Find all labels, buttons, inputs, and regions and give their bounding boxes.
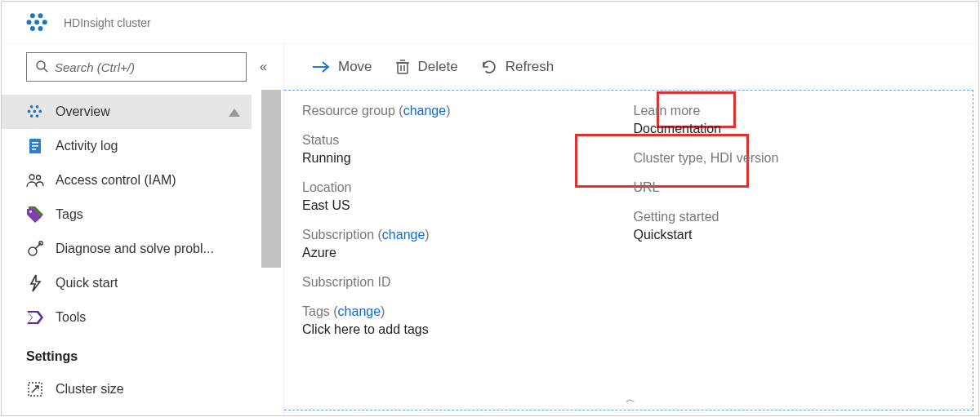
quickstart-icon — [26, 274, 44, 292]
sidebar-scrollbar-thumb[interactable] — [261, 90, 281, 268]
search-input[interactable] — [55, 60, 238, 74]
access-control-icon — [26, 171, 44, 189]
svg-point-11 — [28, 110, 31, 113]
svg-point-13 — [38, 110, 42, 113]
svg-point-14 — [30, 114, 33, 118]
field-url: URL — [634, 180, 965, 195]
overview-content: Resource group (change) Status Running L… — [284, 90, 973, 410]
tags-label: Tags (change) — [302, 304, 634, 319]
svg-rect-18 — [32, 142, 38, 144]
svg-point-22 — [37, 175, 41, 180]
svg-point-6 — [38, 26, 43, 31]
svg-rect-20 — [32, 149, 36, 150]
location-value: East US — [302, 198, 634, 213]
svg-point-4 — [42, 20, 47, 24]
overview-right-column: Learn more Documentation Cluster type, H… — [634, 104, 965, 403]
sidebar-item-activity-log[interactable]: Activity log — [2, 129, 252, 163]
delete-button[interactable]: Delete — [384, 50, 470, 84]
search-icon — [35, 60, 48, 75]
sidebar-item-label: Access control (IAM) — [56, 173, 176, 188]
sidebar-item-label: Activity log — [56, 139, 118, 153]
subscription-id-label: Subscription ID — [302, 275, 634, 290]
resource-group-change-link[interactable]: change — [403, 104, 447, 118]
status-value: Running — [302, 151, 634, 166]
overview-left-column: Resource group (change) Status Running L… — [302, 104, 634, 403]
sidebar-item-cluster-size[interactable]: Cluster size — [2, 372, 252, 400]
header-title: HDInsight cluster — [64, 16, 151, 29]
cluster-size-icon — [26, 380, 44, 398]
sidebar-item-quick-start[interactable]: Quick start — [2, 266, 252, 300]
refresh-button[interactable]: Refresh — [470, 50, 566, 84]
svg-point-15 — [36, 114, 39, 118]
tags-icon — [26, 206, 44, 224]
overview-icon — [26, 103, 44, 121]
sidebar-item-label: Tags — [56, 207, 83, 222]
svg-point-3 — [34, 20, 39, 24]
sidebar-item-label: Overview — [56, 104, 110, 119]
menu-collapse-button[interactable]: « — [255, 56, 272, 78]
getting-started-label: Getting started — [634, 210, 965, 224]
svg-point-25 — [29, 211, 32, 213]
tags-change-link[interactable]: change — [338, 304, 381, 318]
refresh-label: Refresh — [506, 59, 555, 75]
field-tags: Tags (change) Click here to add tags — [302, 304, 634, 337]
field-resource-group: Resource group (change) — [302, 104, 634, 118]
field-cluster-type: Cluster type, HDI version — [634, 151, 965, 166]
subscription-label: Subscription (change) — [302, 228, 634, 242]
svg-line-8 — [44, 69, 47, 72]
subscription-value-link[interactable]: Azure — [302, 246, 634, 260]
svg-point-7 — [37, 61, 45, 69]
azure-portal-window: HDInsight cluster « — [1, 1, 979, 416]
svg-point-1 — [38, 13, 43, 18]
location-label: Location — [302, 180, 634, 195]
sidebar-item-diagnose[interactable]: Diagnose and solve probl... — [2, 232, 252, 266]
collapse-triangle-icon — [229, 105, 240, 119]
add-tags-link[interactable]: Click here to add tags — [302, 322, 634, 337]
move-arrow-icon — [312, 60, 330, 73]
sidebar: « Ove — [2, 44, 284, 415]
sidebar-item-label: Diagnose and solve probl... — [56, 242, 214, 256]
search-box[interactable] — [26, 52, 247, 82]
hdinsight-logo-icon — [26, 11, 49, 34]
svg-point-0 — [30, 13, 35, 18]
sidebar-item-tools[interactable]: Tools — [2, 300, 252, 335]
svg-marker-16 — [229, 109, 240, 117]
move-button[interactable]: Move — [301, 50, 384, 84]
field-learn-more: Learn more Documentation — [634, 104, 965, 136]
status-label: Status — [302, 133, 634, 148]
resource-group-label: Resource group (change) — [302, 104, 634, 118]
toolbar: Move Delete — [284, 44, 978, 90]
svg-rect-19 — [32, 145, 38, 147]
url-label: URL — [634, 180, 965, 195]
sidebar-item-overview[interactable]: Overview — [2, 95, 252, 129]
svg-rect-32 — [398, 63, 408, 73]
quickstart-link[interactable]: Quickstart — [634, 228, 965, 242]
trash-icon — [395, 59, 410, 75]
diagnose-icon — [26, 240, 44, 258]
svg-point-21 — [29, 175, 34, 180]
field-location: Location East US — [302, 180, 634, 213]
sidebar-item-label: Cluster size — [56, 382, 124, 397]
subscription-change-link[interactable]: change — [382, 228, 425, 242]
sidebar-item-access-control[interactable]: Access control (IAM) — [2, 163, 252, 197]
cluster-type-label: Cluster type, HDI version — [634, 151, 965, 166]
sidebar-scrollbar-track[interactable] — [261, 90, 281, 400]
search-row: « — [2, 44, 283, 90]
field-subscription: Subscription (change) Azure — [302, 228, 634, 260]
collapse-essentials-button[interactable]: ︿ — [626, 393, 632, 406]
svg-point-2 — [27, 20, 32, 24]
tools-icon — [26, 308, 44, 326]
sidebar-nav: Overview — [2, 90, 252, 400]
sidebar-item-tags[interactable]: Tags — [2, 197, 252, 232]
svg-point-10 — [36, 105, 39, 109]
move-label: Move — [338, 59, 372, 75]
field-status: Status Running — [302, 133, 634, 166]
sidebar-item-label: Tools — [56, 310, 86, 325]
main-pane: Move Delete — [284, 44, 978, 415]
delete-label: Delete — [418, 59, 458, 75]
svg-point-9 — [30, 105, 33, 109]
documentation-link[interactable]: Documentation — [634, 122, 965, 136]
sidebar-section-settings: Settings — [2, 335, 252, 372]
field-subscription-id: Subscription ID — [302, 275, 634, 290]
svg-point-12 — [33, 110, 37, 113]
